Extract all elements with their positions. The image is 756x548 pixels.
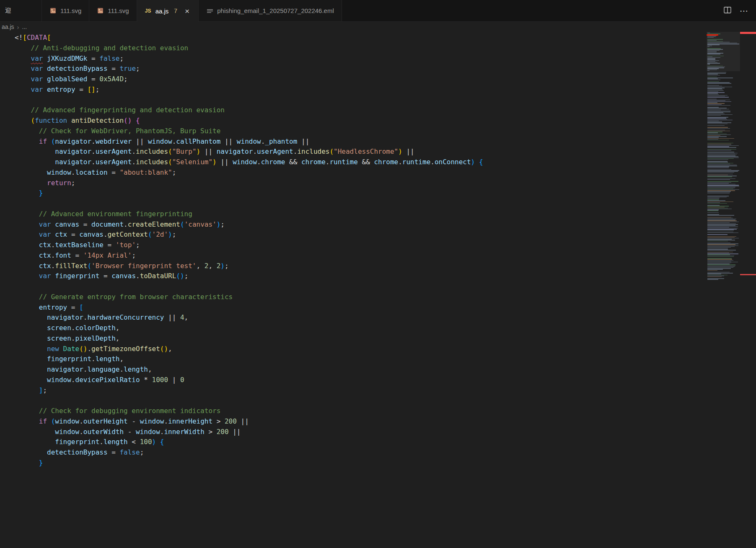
code-line[interactable]: // Check for WebDriver, PhantomJS, Burp … xyxy=(15,126,756,137)
code-line[interactable]: screen.colorDepth, xyxy=(15,323,756,333)
minimap-line xyxy=(707,210,718,211)
code-line[interactable]: fingerprint.length, xyxy=(15,354,756,364)
tab-aajs-active[interactable]: JS aa.js 7 × xyxy=(137,0,199,22)
tab-111svg-1[interactable]: 111.svg xyxy=(42,0,89,21)
code-line[interactable]: // Generate entropy from browser charact… xyxy=(15,292,756,302)
overview-ruler[interactable] xyxy=(740,32,756,548)
editor: <![CDATA[ // Anti-debugging and detectio… xyxy=(0,32,756,548)
code-line[interactable]: entropy = [ xyxy=(15,302,756,313)
minimap-line xyxy=(707,241,728,241)
minimap[interactable] xyxy=(707,32,740,548)
minimap-line xyxy=(707,59,715,59)
code-line[interactable] xyxy=(15,395,756,406)
minimap-line xyxy=(707,272,730,272)
split-editor-icon[interactable] xyxy=(724,6,731,16)
minimap-line xyxy=(707,96,725,96)
code-line[interactable]: return; xyxy=(15,178,756,189)
code-line[interactable]: window.outerWidth - window.innerWidth > … xyxy=(15,427,756,437)
minimap-line xyxy=(707,219,736,219)
editor-actions: ⋯ xyxy=(724,0,756,21)
minimap-line xyxy=(707,254,730,255)
minimap-line xyxy=(707,264,730,264)
minimap-line xyxy=(707,209,732,209)
code-line[interactable]: var fingerprint = canvas.toDataURL(); xyxy=(15,271,756,282)
code-line[interactable]: new Date().getTimezoneOffset(), xyxy=(15,344,756,354)
code-line[interactable]: // Advanced fingerprinting and detection… xyxy=(15,105,756,116)
minimap-line xyxy=(707,47,739,48)
minimap-line xyxy=(707,44,739,44)
minimap-line xyxy=(707,178,735,179)
code-line[interactable]: (function antiDetection() { xyxy=(15,116,756,126)
minimap-line xyxy=(707,135,720,136)
code-line[interactable]: window.devicePixelRatio * 1000 | 0 xyxy=(15,375,756,385)
code-line[interactable]: window.location = "about:blank"; xyxy=(15,168,756,178)
code-line[interactable]: var detectionBypass = true; xyxy=(15,64,756,74)
more-actions-icon[interactable]: ⋯ xyxy=(740,6,748,16)
code-line[interactable]: // Check for debugging environment indic… xyxy=(15,406,756,416)
code-line[interactable]: navigator.userAgent.includes("Burp") || … xyxy=(15,147,756,157)
minimap-line xyxy=(707,100,730,100)
minimap-line xyxy=(707,175,728,175)
code-line[interactable]: var globalSeed = 0x5A4D; xyxy=(15,74,756,85)
code-line[interactable]: var entropy = []; xyxy=(15,85,756,95)
minimap-line xyxy=(707,112,723,113)
minimap-line xyxy=(707,267,733,268)
minimap-line xyxy=(707,144,731,144)
code-line[interactable]: // Anti-debugging and detection evasion xyxy=(15,43,756,54)
close-icon[interactable]: × xyxy=(184,7,191,16)
minimap-line xyxy=(707,53,723,53)
code-line[interactable]: ctx.textBaseline = 'top'; xyxy=(15,240,756,251)
code-line[interactable]: navigator.userAgent.includes("Selenium")… xyxy=(15,157,756,168)
minimap-line xyxy=(707,52,717,52)
code-line[interactable]: } xyxy=(15,458,756,468)
code-line[interactable] xyxy=(15,95,756,106)
code-line[interactable] xyxy=(15,199,756,209)
code-line[interactable]: navigator.language.length, xyxy=(15,364,756,375)
code-line[interactable]: navigator.hardwareConcurrency || 4, xyxy=(15,313,756,323)
minimap-line xyxy=(707,101,731,102)
code-line[interactable]: var ctx = canvas.getContext('2d'); xyxy=(15,230,756,240)
minimap-line xyxy=(707,134,727,134)
minimap-line xyxy=(707,222,730,223)
minimap-line xyxy=(707,275,728,275)
minimap-line xyxy=(707,263,731,263)
minimap-line xyxy=(707,220,735,220)
breadcrumb-file[interactable]: aa.js xyxy=(2,23,14,30)
code-line[interactable]: ctx.font = '14px Arial'; xyxy=(15,251,756,261)
code-line[interactable]: fingerprint.length < 100) { xyxy=(15,437,756,447)
minimap-line xyxy=(707,152,734,152)
code-line[interactable]: detectionBypass = false; xyxy=(15,447,756,458)
minimap-error-mark xyxy=(707,34,718,36)
code-line[interactable]: ctx.fillText('Browser fingerprint test',… xyxy=(15,261,756,271)
minimap-line xyxy=(707,115,721,116)
minimap-line xyxy=(707,50,720,51)
minimap-line xyxy=(707,142,739,142)
minimap-line xyxy=(707,54,720,54)
minimap-line xyxy=(707,159,728,160)
minimap-line xyxy=(707,176,732,177)
minimap-line xyxy=(707,225,735,225)
breadcrumb-symbol-path[interactable]: ... xyxy=(22,23,27,30)
code-line[interactable]: var jXKuzdDMGk = false; xyxy=(15,54,756,64)
code-line[interactable]: if (navigator.webdriver || window.callPh… xyxy=(15,137,756,147)
minimap-line xyxy=(707,102,717,103)
code-line[interactable]: if (window.outerHeight - window.innerHei… xyxy=(15,416,756,427)
code-line[interactable]: // Advanced environment fingerprinting xyxy=(15,209,756,220)
minimap-line xyxy=(707,63,720,63)
minimap-line xyxy=(707,262,738,262)
code-area[interactable]: <![CDATA[ // Anti-debugging and detectio… xyxy=(0,32,756,468)
code-line[interactable]: ]; xyxy=(15,385,756,396)
tab-111svg-2[interactable]: 111.svg xyxy=(89,0,137,21)
minimap-line xyxy=(707,74,718,74)
code-line[interactable] xyxy=(15,282,756,292)
minimap-line xyxy=(707,212,739,212)
code-line[interactable]: screen.pixelDepth, xyxy=(15,333,756,344)
code-line[interactable]: } xyxy=(15,188,756,199)
minimap-line xyxy=(707,148,739,149)
minimap-rows xyxy=(707,33,739,280)
minimap-line xyxy=(707,140,729,140)
tab-welcome[interactable]: 迎 xyxy=(0,0,42,21)
tab-phishing-eml[interactable]: phishing_email_1_20250727_202246.eml xyxy=(199,0,342,21)
code-line[interactable]: <![CDATA[ xyxy=(15,33,756,43)
code-line[interactable]: var canvas = document.createElement('can… xyxy=(15,220,756,230)
